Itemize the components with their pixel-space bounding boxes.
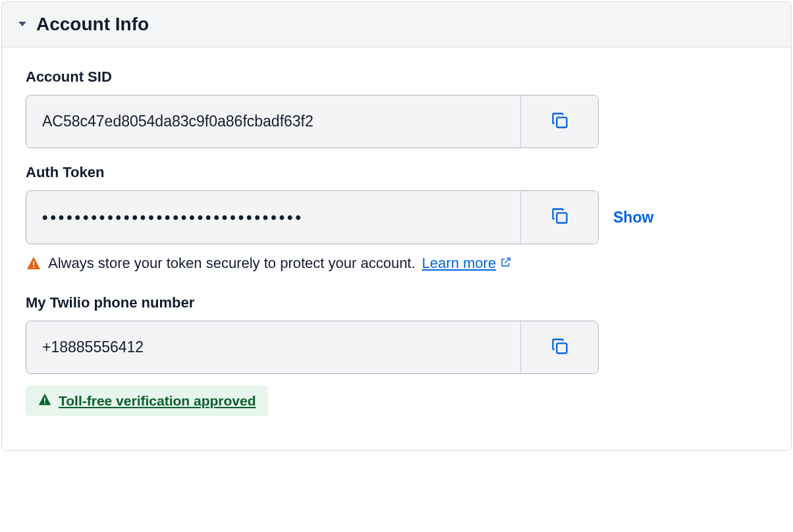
panel-header[interactable]: Account Info bbox=[2, 2, 791, 47]
svg-rect-5 bbox=[44, 398, 45, 402]
warning-icon bbox=[26, 255, 41, 271]
svg-rect-1 bbox=[557, 213, 566, 223]
verification-badge-text: Toll-free verification approved bbox=[59, 393, 256, 409]
svg-rect-0 bbox=[557, 117, 566, 127]
phone-label: My Twilio phone number bbox=[26, 294, 767, 311]
copy-auth-token-button[interactable] bbox=[520, 191, 598, 244]
phone-value: +18885556412 bbox=[26, 321, 520, 373]
copy-icon bbox=[551, 207, 569, 228]
svg-rect-2 bbox=[33, 261, 34, 265]
panel-title: Account Info bbox=[36, 14, 149, 35]
copy-icon bbox=[551, 337, 569, 358]
learn-more-link[interactable]: Learn more bbox=[422, 255, 512, 272]
svg-rect-4 bbox=[557, 343, 566, 353]
auth-token-warning: Always store your token securely to prot… bbox=[26, 255, 767, 272]
verification-badge[interactable]: Toll-free verification approved bbox=[26, 386, 268, 416]
auth-token-value: •••••••••••••••••••••••••••••••• bbox=[26, 191, 520, 244]
copy-icon bbox=[551, 111, 569, 132]
copy-phone-button[interactable] bbox=[520, 321, 598, 373]
account-sid-value: AC58c47ed8054da83c9f0a86fcbadf63f2 bbox=[26, 95, 520, 147]
auth-token-field: Auth Token •••••••••••••••••••••••••••••… bbox=[26, 164, 767, 272]
account-sid-box: AC58c47ed8054da83c9f0a86fcbadf63f2 bbox=[26, 95, 599, 148]
warning-triangle-icon bbox=[38, 392, 52, 410]
panel-body: Account SID AC58c47ed8054da83c9f0a86fcba… bbox=[2, 47, 791, 450]
auth-token-label: Auth Token bbox=[26, 164, 767, 181]
svg-rect-3 bbox=[33, 267, 34, 268]
auth-token-box: •••••••••••••••••••••••••••••••• bbox=[26, 190, 599, 244]
external-link-icon bbox=[500, 255, 512, 272]
account-sid-field: Account SID AC58c47ed8054da83c9f0a86fcba… bbox=[26, 68, 767, 148]
warning-text: Always store your token securely to prot… bbox=[48, 255, 416, 272]
chevron-down-icon bbox=[18, 20, 27, 29]
account-sid-label: Account SID bbox=[26, 68, 767, 86]
phone-box: +18885556412 bbox=[26, 321, 599, 374]
svg-rect-6 bbox=[44, 402, 45, 404]
learn-more-label: Learn more bbox=[422, 255, 497, 272]
account-info-panel: Account Info Account SID AC58c47ed8054da… bbox=[1, 1, 792, 451]
copy-account-sid-button[interactable] bbox=[520, 95, 598, 147]
show-auth-token-button[interactable]: Show bbox=[613, 209, 653, 226]
phone-field: My Twilio phone number +18885556412 Toll… bbox=[26, 294, 767, 416]
